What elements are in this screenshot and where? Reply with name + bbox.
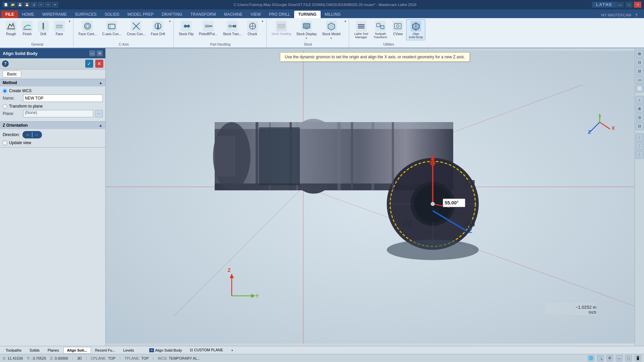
bottom-tab-align-solid-body[interactable]: A Align Solid Body — [146, 347, 185, 354]
help-icon[interactable]: ? — [2, 60, 9, 67]
dropdown-icon[interactable]: ▾ — [52, 2, 58, 7]
save-icon[interactable]: 💾 — [17, 2, 23, 7]
save-as-icon[interactable]: 💾 — [24, 2, 30, 7]
direction-control[interactable]: ← → — [22, 131, 42, 138]
chuck-button[interactable]: Chuck — [245, 19, 260, 37]
view-button-5[interactable]: ⬜ — [636, 84, 644, 93]
general-expand-button[interactable]: ▾ — [67, 19, 72, 23]
face-button[interactable]: Face — [52, 19, 67, 37]
update-view-checkbox[interactable] — [3, 141, 7, 145]
stock-flip-button[interactable]: Stock Flip — [176, 19, 196, 37]
caxis-contour-button[interactable]: C-axis Con... — [100, 19, 124, 37]
svg-text:Z: Z — [469, 227, 472, 234]
plane-browse-button[interactable]: ··· — [95, 110, 103, 117]
status-settings-button[interactable]: ⚙ — [606, 355, 613, 361]
view-button-10[interactable]: ⋮ — [636, 133, 644, 141]
plane-input[interactable]: (None) — [23, 110, 93, 117]
part-handling-expand-button[interactable]: ▾ — [260, 19, 265, 23]
bottom-tab-add[interactable]: + — [227, 347, 237, 354]
part-handling-buttons: Stock Flip Pickoff/Pul... Stock Tran... … — [176, 19, 264, 42]
rough-button[interactable]: Rough — [3, 19, 19, 37]
face-drill-button[interactable]: Face Drill — [149, 19, 167, 37]
view-button-11[interactable]: ⋮ — [636, 142, 644, 150]
ok-button[interactable]: ✓ — [85, 60, 93, 68]
view-button-12[interactable]: ⋮ — [636, 151, 644, 159]
undo-icon[interactable]: ↩ — [38, 2, 44, 7]
viewport[interactable]: Use the dynamic gnomon to set the origin… — [106, 48, 644, 346]
stock-transfer-button[interactable]: Stock Tran... — [220, 19, 244, 37]
bottom-tab-custom-plane[interactable]: ⊡ CUSTOM PLANE — [186, 347, 227, 354]
toolpath-transform-button[interactable]: ToolpathTransform — [371, 19, 390, 40]
view-button-4[interactable]: ▭ — [636, 76, 644, 84]
align-solid-body-button[interactable]: AlignSolid Body — [406, 19, 425, 40]
create-wcs-radio[interactable] — [3, 89, 7, 93]
close-button[interactable]: ✕ — [634, 2, 641, 8]
bottom-tab-align-solid[interactable]: Align Soli... — [63, 347, 91, 354]
svg-rect-46 — [256, 122, 258, 190]
tab-wireframe[interactable]: WIREFRAME — [38, 11, 71, 18]
bottom-tab-solids[interactable]: Solids — [26, 347, 43, 354]
method-collapse-button[interactable]: ▲ — [99, 80, 103, 85]
view-button-1[interactable]: ⊞ — [636, 50, 644, 58]
transform-to-plane-radio[interactable] — [3, 104, 7, 109]
tab-milling[interactable]: MILLING — [321, 11, 345, 18]
tab-surfaces[interactable]: SURFACES — [71, 11, 101, 18]
z-orientation-collapse-button[interactable]: ▲ — [99, 123, 103, 128]
help-icon[interactable]: ? — [633, 12, 639, 18]
view-button-6[interactable]: ↕ — [636, 96, 644, 104]
stock-model-button[interactable]: Stock Model ▾ — [320, 19, 343, 41]
tab-drafting[interactable]: DRAFTING — [158, 11, 186, 18]
tab-pro-drill[interactable]: PRO DRILL — [265, 11, 294, 18]
status-search-button[interactable]: 🔍 — [597, 355, 604, 361]
stock-display-button[interactable]: Stock Display ▾ — [294, 19, 319, 41]
tab-model-prep[interactable]: MODEL PREP — [123, 11, 158, 18]
lathe-tool-manager-button[interactable]: Lathe ToolManager — [352, 19, 370, 40]
tab-machine[interactable]: MACHINE — [220, 11, 247, 18]
window-controls[interactable]: — □ ✕ — [616, 2, 641, 8]
status-globe-button[interactable]: 🌐 — [588, 355, 594, 361]
status-minimize-button[interactable]: — — [616, 355, 623, 361]
view-button-8[interactable]: ◎ — [636, 113, 644, 121]
print-icon[interactable]: 🖨 — [31, 2, 37, 7]
drill-button[interactable]: Drill — [36, 19, 51, 37]
stock-expand-button[interactable]: ▾ — [343, 19, 347, 23]
maximize-button[interactable]: □ — [625, 2, 633, 8]
view-button-9[interactable]: ⊡ — [636, 122, 644, 130]
status-icon-1[interactable]: □ — [625, 355, 632, 361]
redo-icon[interactable]: ↪ — [45, 2, 51, 7]
finish-button[interactable]: Finish — [19, 19, 35, 37]
cross-contour-button[interactable]: Cross Con... — [124, 19, 148, 37]
minimize-button[interactable]: — — [616, 2, 624, 8]
viewport-svg: Z 55.00° Y Z −1.0252 in Inch — [106, 48, 644, 346]
bottom-tab-planes[interactable]: Planes — [44, 347, 63, 354]
method-section-header[interactable]: Method ▲ — [0, 79, 105, 86]
quick-access-toolbar[interactable]: 📄 📂 💾 💾 🖨 ↩ ↪ ▾ — [3, 2, 58, 7]
view-button-7[interactable]: ⊕ — [636, 105, 644, 113]
tab-home[interactable]: HOME — [18, 11, 38, 18]
view-button-2[interactable]: ⊡ — [636, 58, 644, 66]
cancel-button[interactable]: ✕ — [95, 60, 103, 68]
status-icon-2[interactable]: 📱 — [635, 355, 641, 361]
tab-turning[interactable]: TURNING — [294, 11, 321, 18]
bottom-tab-levels[interactable]: Levels — [120, 347, 138, 354]
tab-view[interactable]: VIEW — [247, 11, 265, 18]
panel-close-button[interactable]: ✕ — [97, 50, 103, 56]
tab-transform[interactable]: TRANSFORM — [186, 11, 220, 18]
open-icon[interactable]: 📂 — [10, 2, 16, 7]
new-icon[interactable]: 📄 — [3, 2, 9, 7]
panel-minimize-button[interactable]: — — [89, 50, 95, 56]
tab-file[interactable]: FILE — [1, 11, 18, 18]
bottom-tab-recent-fu[interactable]: Recent Fu... — [92, 347, 119, 354]
z-orientation-section-header[interactable]: Z Orientation ▲ — [0, 122, 105, 129]
bottom-tab-toolpaths[interactable]: Toolpaths — [2, 347, 25, 354]
cview-button[interactable]: CView — [390, 19, 406, 37]
face-contour-button[interactable]: Face Cont... — [76, 19, 99, 37]
tab-solids[interactable]: SOLIDS — [101, 11, 123, 18]
stock-shading-button[interactable]: Stock Shading — [269, 19, 293, 37]
name-input[interactable] — [23, 95, 103, 102]
basic-tab-button[interactable]: Basic — [3, 71, 21, 77]
view-button-3[interactable]: ⊟ — [636, 67, 644, 75]
pickoff-pull-button[interactable]: Pickoff/Pul... — [197, 19, 220, 37]
caxis-expand-button[interactable]: ▾ — [167, 19, 172, 23]
my-mastercam-link[interactable]: MY MASTERCAM ? — [598, 12, 643, 18]
